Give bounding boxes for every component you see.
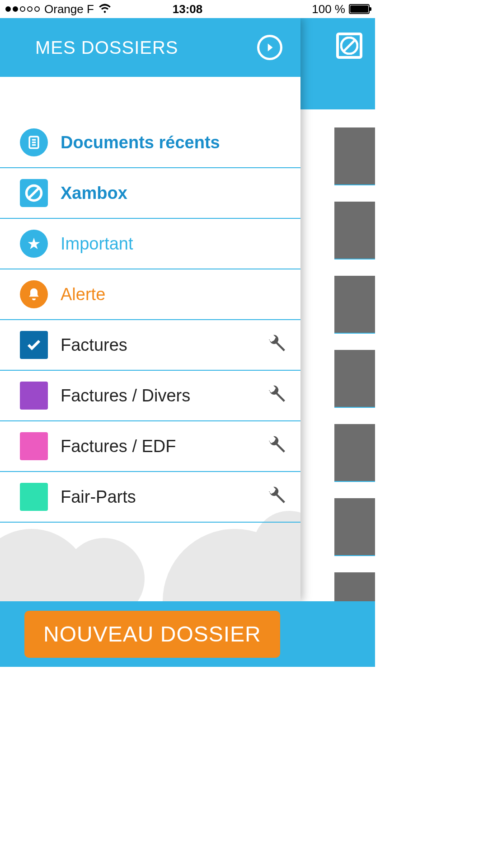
folder-label: Factures / EDF	[61, 437, 268, 456]
wifi-icon	[99, 2, 111, 16]
settings-icon[interactable]	[268, 435, 288, 455]
bell-icon	[20, 280, 48, 308]
document-thumbnail[interactable]	[334, 350, 375, 408]
folder-item[interactable]: Factures	[0, 320, 300, 371]
document-thumbnail[interactable]	[334, 424, 375, 482]
new-folder-button[interactable]: NOUVEAU DOSSIER	[24, 611, 280, 658]
signal-strength-icon	[5, 6, 40, 12]
app-logo-icon	[336, 33, 362, 59]
document-thumbnail[interactable]	[334, 276, 375, 334]
folder-list[interactable]: Documents récentsXamboxImportantAlerteFa…	[0, 77, 300, 601]
document-thumbnail[interactable]	[334, 127, 375, 185]
close-drawer-button[interactable]	[257, 35, 282, 60]
drawer-title: MES DOSSIERS	[35, 38, 257, 58]
folder-item[interactable]: Important	[0, 219, 300, 269]
settings-icon[interactable]	[268, 486, 288, 506]
carrier-label: Orange F	[44, 2, 94, 16]
folder-label: Fair-Parts	[61, 487, 268, 507]
document-thumbnail[interactable]	[334, 202, 375, 259]
settings-icon[interactable]	[268, 334, 288, 354]
document-thumbnail[interactable]	[334, 498, 375, 556]
folder-label: Factures / Divers	[61, 386, 268, 406]
chevron-right-icon	[264, 42, 276, 53]
folder-color-icon	[20, 331, 48, 359]
folder-item[interactable]: Factures / Divers	[0, 371, 300, 421]
folder-item[interactable]: Alerte	[0, 269, 300, 320]
folder-item[interactable]: Factures / EDF	[0, 421, 300, 472]
folder-item[interactable]: Fair-Parts	[0, 472, 300, 523]
drawer-header: MES DOSSIERS	[0, 18, 300, 77]
folder-item[interactable]: Xambox	[0, 168, 300, 219]
status-bar: Orange F 13:08 100 %	[0, 0, 375, 18]
folder-color-icon	[20, 483, 48, 511]
doc-icon	[20, 128, 48, 156]
battery-icon	[349, 4, 370, 14]
clock-label: 13:08	[173, 2, 203, 16]
bottom-bar: NOUVEAU DOSSIER	[0, 601, 375, 667]
folder-settings-button[interactable]	[268, 435, 288, 457]
folder-label: Xambox	[61, 184, 288, 203]
svg-line-7	[28, 188, 39, 198]
folder-item[interactable]: Documents récents	[0, 118, 300, 168]
battery-percent-label: 100 %	[312, 2, 345, 16]
star-icon	[20, 230, 48, 258]
folder-label: Alerte	[61, 285, 288, 304]
folder-label: Factures	[61, 335, 268, 355]
folder-color-icon	[20, 432, 48, 460]
svg-line-1	[343, 40, 355, 52]
folders-drawer: MES DOSSIERS Documents récentsXamboxImpo…	[0, 18, 300, 601]
folder-label: Important	[61, 234, 288, 254]
folder-label: Documents récents	[61, 133, 288, 152]
folder-settings-button[interactable]	[268, 385, 288, 406]
xambox-icon	[20, 179, 48, 207]
folder-settings-button[interactable]	[268, 486, 288, 508]
settings-icon[interactable]	[268, 385, 288, 405]
folder-settings-button[interactable]	[268, 334, 288, 356]
folder-color-icon	[20, 382, 48, 410]
